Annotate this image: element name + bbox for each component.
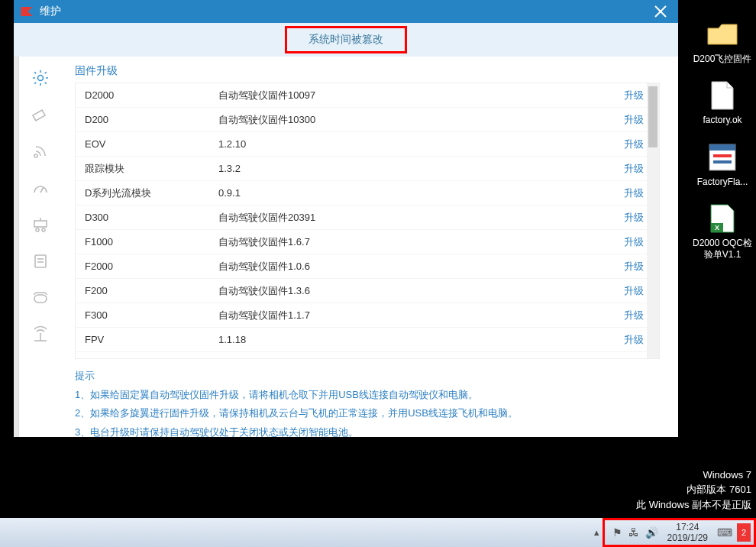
firmware-row: F200自动驾驶仪固件1.3.6升级 <box>76 279 659 303</box>
upgrade-link[interactable]: 升级 <box>624 309 650 322</box>
firmware-row: F300自动驾驶仪固件1.1.7升级 <box>76 303 659 328</box>
sidebar-icon-cart[interactable] <box>30 214 51 235</box>
hints: 提示 1、如果给固定翼自动驾驶仪固件升级，请将相机仓取下并用USB线连接自动驾驶… <box>75 367 660 437</box>
firmware-row: D系列光流模块0.9.1升级 <box>76 181 659 206</box>
scrollbar-thumb[interactable] <box>648 86 657 147</box>
left-strip <box>14 57 19 437</box>
upgrade-link[interactable]: 升级 <box>624 186 650 200</box>
desktop-icon-label: D2000 OQC检验单V1.1 <box>690 238 755 260</box>
tray-network-icon[interactable]: 🖧 <box>628 526 639 539</box>
close-icon <box>653 4 668 19</box>
watermark-line: Windows 7 <box>636 468 751 483</box>
svg-rect-6 <box>34 221 47 227</box>
taskbar[interactable]: ▲ ⚑ 🖧 🔊 17:24 2019/1/29 ⌨ 2 <box>0 518 756 547</box>
firmware-name: FPV <box>85 334 218 345</box>
firmware-row: D200自动驾驶仪固件10300升级 <box>76 108 659 132</box>
firmware-version: 自动驾驶仪固件20391 <box>218 211 624 225</box>
svg-rect-18 <box>713 160 732 163</box>
app-icon <box>706 141 738 173</box>
upgrade-link[interactable]: 升级 <box>624 138 650 151</box>
firmware-version: 自动驾驶仪固件1.6.7 <box>218 235 624 249</box>
upgrade-link[interactable]: 升级 <box>624 113 650 127</box>
desktop-icon-label: FactoryFla... <box>697 176 748 187</box>
desktop-icon-folder[interactable]: D200飞控固件 <box>690 18 755 64</box>
firmware-row: D2000自动驾驶仪固件10097升级 <box>76 83 659 108</box>
sidebar-icon-device[interactable] <box>30 287 51 309</box>
svg-line-5 <box>40 187 44 193</box>
scrollbar[interactable] <box>647 83 659 358</box>
firmware-name: D300 <box>85 212 218 223</box>
close-button[interactable] <box>649 0 672 23</box>
upgrade-link[interactable]: 升级 <box>624 260 650 274</box>
firmware-list: D2000自动驾驶仪固件10097升级D200自动驾驶仪固件10300升级EOV… <box>75 83 660 359</box>
tray-icons: ⚑ 🖧 🔊 <box>612 526 658 539</box>
svg-point-4 <box>34 154 37 157</box>
desktop-icon-file[interactable]: factory.ok <box>690 79 755 125</box>
app-logo-icon <box>20 5 34 18</box>
watermark-line: 此 Windows 副本不是正版 <box>636 497 751 513</box>
maintenance-window: 维护 系统时间被篡改 <box>14 0 678 437</box>
firmware-version: 0.9.1 <box>218 187 624 199</box>
svg-text:X: X <box>715 224 719 231</box>
upgrade-link[interactable]: 升级 <box>624 162 650 176</box>
firmware-version: 1.3.2 <box>218 163 624 174</box>
sidebar-icon-eraser[interactable] <box>30 104 51 125</box>
firmware-name: D200 <box>85 114 218 125</box>
svg-rect-16 <box>709 144 735 151</box>
sidebar-icon-doc[interactable] <box>30 251 51 272</box>
tray-flag-icon[interactable]: ⚑ <box>612 526 622 539</box>
firmware-version: 自动驾驶仪固件1.0.6 <box>218 260 624 274</box>
system-tray[interactable]: ⚑ 🖧 🔊 17:24 2019/1/29 ⌨ 2 <box>603 518 756 547</box>
tray-date: 2019/1/29 <box>667 532 708 543</box>
hints-title: 提示 <box>75 367 660 386</box>
firmware-heading: 固件升级 <box>75 64 660 78</box>
watermark-line: 内部版本 7601 <box>636 482 751 497</box>
svg-rect-17 <box>713 154 732 157</box>
upgrade-link[interactable]: 升级 <box>624 235 650 249</box>
file-icon <box>706 79 738 112</box>
window-title: 维护 <box>40 5 61 18</box>
content-area: 固件升级 D2000自动驾驶仪固件10097升级D200自动驾驶仪固件10300… <box>61 57 678 437</box>
firmware-row: EOV1.2.10升级 <box>76 132 659 157</box>
firmware-name: EOV <box>85 138 218 150</box>
sidebar-icon-gauge[interactable] <box>30 177 51 199</box>
tray-notification-badge[interactable]: 2 <box>737 523 751 542</box>
svg-point-8 <box>42 228 45 231</box>
tray-clock[interactable]: 17:24 2019/1/29 <box>663 522 712 544</box>
sidebar-icon-gear[interactable] <box>30 67 51 89</box>
firmware-name: F2000 <box>85 261 218 272</box>
firmware-version: 自动驾驶仪固件1.3.6 <box>218 284 624 298</box>
hint-line: 2、如果给多旋翼进行固件升级，请保持相机及云台与飞机的正常连接，并用USB线连接… <box>75 404 660 423</box>
firmware-row: F2000自动驾驶仪固件1.0.6升级 <box>76 254 659 279</box>
svg-rect-12 <box>34 295 47 303</box>
firmware-name: F1000 <box>85 236 218 248</box>
firmware-version: 1.2.10 <box>218 138 624 150</box>
desktop-icons: D200飞控固件 factory.ok FactoryFla... X D200… <box>689 18 756 260</box>
tray-input-icon[interactable]: ⌨ <box>717 526 732 539</box>
tray-volume-icon[interactable]: 🔊 <box>645 526 658 539</box>
upgrade-link[interactable]: 升级 <box>624 211 650 225</box>
firmware-name: F300 <box>85 309 218 321</box>
desktop-icon-xlsx[interactable]: X D2000 OQC检验单V1.1 <box>690 202 755 260</box>
firmware-version: 自动驾驶仪固件10097 <box>218 89 624 102</box>
tray-overflow-icon[interactable]: ▲ <box>593 528 601 537</box>
firmware-version: 自动驾驶仪固件1.1.7 <box>218 309 624 322</box>
firmware-version: 1.1.18 <box>218 334 624 345</box>
sidebar-icon-satellite[interactable] <box>30 141 51 162</box>
upgrade-link[interactable]: 升级 <box>624 284 650 298</box>
upgrade-link[interactable]: 升级 <box>624 333 650 347</box>
svg-point-2 <box>37 76 43 81</box>
desktop-icon-app[interactable]: FactoryFla... <box>690 141 755 187</box>
svg-rect-9 <box>35 255 46 267</box>
hint-line: 1、如果给固定翼自动驾驶仪固件升级，请将相机仓取下并用USB线连接自动驾驶仪和电… <box>75 386 660 405</box>
folder-icon <box>706 18 738 50</box>
firmware-version: 自动驾驶仪固件10300 <box>218 113 624 127</box>
sidebar-icon-signal[interactable] <box>30 324 51 345</box>
desktop-icon-label: factory.ok <box>703 115 741 125</box>
hint-line: 3、电台升级时请保持自动驾驶仪处于关闭状态或关闭智能电池。 <box>75 423 660 437</box>
notice-text: 系统时间被篡改 <box>309 33 383 45</box>
upgrade-link[interactable]: 升级 <box>624 89 650 102</box>
titlebar[interactable]: 维护 <box>14 0 678 23</box>
desktop-icon-label: D200飞控固件 <box>693 53 752 64</box>
firmware-row: D300自动驾驶仪固件20391升级 <box>76 206 659 230</box>
